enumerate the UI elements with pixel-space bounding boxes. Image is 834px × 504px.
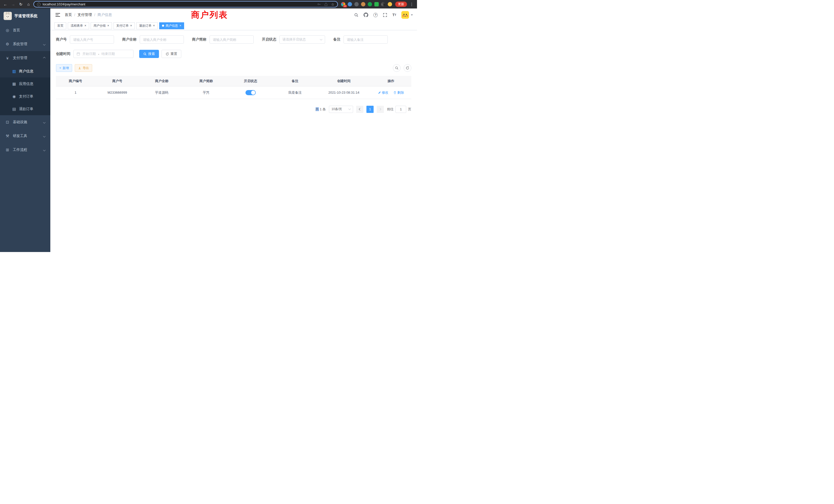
tab-user-group[interactable]: 用户分组 × [91, 22, 112, 29]
cell-id: 1 [56, 86, 95, 99]
extension-pinwheel-icon[interactable] [381, 2, 386, 6]
date-start-placeholder: 开始日期 [83, 51, 96, 56]
edit-link[interactable]: 修改 [378, 90, 389, 95]
toggle-search-button[interactable] [393, 64, 400, 72]
tab-label: 商户信息 [166, 24, 178, 28]
goto-page-input[interactable] [395, 106, 406, 113]
help-icon[interactable]: ? [373, 13, 378, 17]
col-header-merchant-no: 商户号 [95, 76, 139, 86]
tab-close-icon[interactable]: × [130, 24, 132, 27]
merchant-card-icon: ▥ [12, 69, 17, 74]
refresh-table-button[interactable] [404, 64, 411, 72]
app-logo[interactable]: 芋道管理系统 [0, 8, 50, 23]
extension-face-icon[interactable] [388, 2, 392, 6]
tab-close-icon[interactable]: × [179, 24, 181, 27]
breadcrumb-home[interactable]: 首页 [65, 13, 72, 17]
user-avatar-menu[interactable] [401, 11, 413, 19]
sidebar-subitem-label: 退款订单 [19, 107, 34, 111]
forward-icon[interactable]: → [10, 2, 16, 6]
sidebar-item-label: 基础设施 [13, 120, 27, 124]
extension-dark-icon[interactable] [354, 2, 359, 6]
tab-home[interactable]: 首页 [54, 22, 66, 29]
tab-merchant-info[interactable]: 商户信息 × [159, 22, 184, 29]
sidebar-item-infrastructure[interactable]: ⊡ 基础设施 [0, 115, 50, 129]
extension-puzzle-icon[interactable]: 10 [341, 2, 345, 6]
extension-sheet-icon[interactable] [374, 2, 379, 6]
sidebar-subitem-merchant-info[interactable]: ▥ 商户信息 [0, 65, 50, 77]
extension-drop-icon[interactable] [348, 2, 352, 6]
font-size-icon[interactable]: TT [392, 13, 396, 17]
extension-avatar-icon[interactable] [361, 2, 366, 6]
create-time-range-picker[interactable]: 开始日期 - 结束日期 [73, 50, 133, 58]
full-name-input[interactable] [140, 36, 184, 44]
tab-close-icon[interactable]: × [153, 24, 155, 27]
col-header-short-name: 商户简称 [184, 76, 228, 86]
tab-label: 流程表单 [71, 24, 83, 28]
order-icon: ◉ [12, 94, 17, 99]
site-info-icon[interactable]: i [37, 3, 41, 6]
col-header-id: 商户编号 [56, 76, 95, 86]
table-header-row: 商户编号 商户号 商户全称 商户简称 开启状态 备注 创建时间 操作 [56, 76, 411, 86]
search-button[interactable]: 搜索 [139, 50, 159, 58]
tab-label: 用户分组 [93, 24, 106, 28]
cell-full-name: 芋道源码 [139, 86, 184, 99]
update-button[interactable]: 更新 [395, 2, 407, 7]
search-icon[interactable] [354, 13, 358, 17]
extension-check-icon[interactable] [368, 2, 372, 6]
sidebar-item-home[interactable]: ◎ 首页 [0, 23, 50, 37]
prev-page-button[interactable] [356, 106, 363, 113]
github-icon[interactable] [364, 13, 368, 17]
status-select[interactable]: 请选择开启状态 [279, 36, 325, 44]
short-name-input[interactable] [210, 36, 254, 44]
sidebar-item-devtools[interactable]: ⚒ 研发工具 [0, 129, 50, 143]
merchant-no-input[interactable] [70, 36, 114, 44]
breadcrumb-payment[interactable]: 支付管理 [78, 13, 92, 17]
remark-label: 备注 [333, 37, 341, 42]
sidebar-item-payment[interactable]: ¥ 支付管理 [0, 51, 50, 65]
tab-pay-order[interactable]: 支付订单 × [113, 22, 135, 29]
sidebar-menu: ◎ 首页 ⚙ 系统管理 ¥ 支付管理 ▥ 商户信息 ▦ 应用信息 [0, 23, 50, 157]
remark-input[interactable] [344, 36, 388, 44]
fullscreen-icon[interactable] [383, 13, 387, 17]
sidebar-subitem-app-info[interactable]: ▦ 应用信息 [0, 77, 50, 90]
question-mark: ? [373, 13, 378, 17]
status-select-placeholder: 请选择开启状态 [282, 37, 306, 42]
sidebar-subitem-label: 商户信息 [19, 69, 34, 74]
tab-process-form[interactable]: 流程表单 × [68, 22, 89, 29]
chevron-down-icon [348, 108, 351, 110]
filter-status: 开启状态 请选择开启状态 [262, 36, 325, 44]
chevron-left-icon [359, 108, 361, 111]
hamburger-icon[interactable] [54, 12, 61, 18]
back-icon[interactable]: ← [3, 2, 8, 6]
main-area: 首页 / 支付管理 / 商户信息 ? T [50, 8, 417, 252]
password-key-icon[interactable] [317, 2, 321, 6]
tab-close-icon[interactable]: × [107, 24, 109, 27]
bookmark-star-icon[interactable]: ☆ [331, 2, 334, 6]
export-button[interactable]: 导出 [75, 64, 92, 72]
sidebar-subitem-refund-order[interactable]: ▤ 退款订单 [0, 102, 50, 115]
add-button[interactable]: + 新增 [56, 64, 72, 72]
home-icon[interactable]: ⌂ [26, 2, 31, 6]
status-toggle[interactable] [245, 90, 256, 95]
tab-close-icon[interactable]: × [85, 24, 86, 27]
reload-icon[interactable]: ↻ [18, 2, 24, 7]
page-size-value: 10条/页 [331, 107, 342, 111]
url-text: localhost:1024/pay/merchant [43, 2, 315, 6]
date-separator: - [98, 52, 99, 56]
breadcrumb-current: 商户信息 [97, 13, 112, 17]
page-number-button[interactable]: 1 [367, 106, 374, 113]
table-tools [393, 64, 411, 72]
delete-link[interactable]: 删除 [393, 90, 404, 95]
share-icon[interactable] [324, 2, 328, 6]
sidebar-item-workflow[interactable]: ⊞ 工作流程 [0, 143, 50, 157]
page-size-select[interactable]: 10条/页 [329, 106, 353, 113]
sidebar-subitem-pay-order[interactable]: ◉ 支付订单 [0, 90, 50, 102]
browser-menu-icon[interactable]: ⋮ [409, 2, 414, 7]
extension-badge: 10 [343, 5, 347, 7]
next-page-button[interactable] [377, 106, 384, 113]
reset-button[interactable]: 重置 [161, 50, 181, 58]
tab-refund-order[interactable]: 退款订单 × [136, 22, 158, 29]
sidebar-item-system[interactable]: ⚙ 系统管理 [0, 37, 50, 51]
search-button-label: 搜索 [148, 51, 155, 56]
address-bar[interactable]: i localhost:1024/pay/merchant ☆ [34, 1, 338, 7]
